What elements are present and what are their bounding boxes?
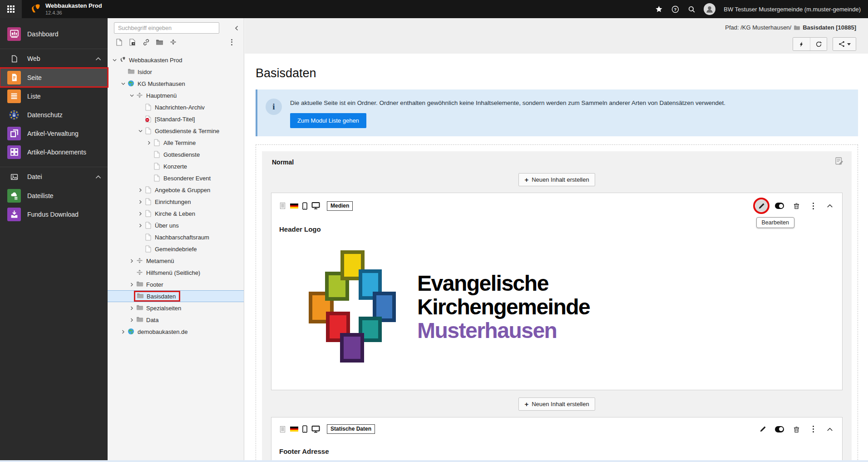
tree-node-footer[interactable]: Footer [108,278,244,290]
chevron-up-icon[interactable] [95,57,101,61]
visibility-toggle[interactable] [775,425,784,434]
chevron-up-icon[interactable] [95,175,101,179]
tree-node-nachrichten-archiv[interactable]: Nachrichten-Archiv [108,101,244,113]
help-icon[interactable]: ? [671,5,679,13]
more-options-button[interactable] [809,201,818,210]
link-icon[interactable] [142,38,150,46]
modules-grid-icon[interactable] [0,0,22,18]
sidebar-item-fundus-download[interactable]: Fundus Download [0,205,108,224]
folder-icon [137,293,144,300]
tree-node-demobaukasten-de[interactable]: demobaukasten.de [108,326,244,338]
breadcrumb: Pfad: /KG Musterhausen/ Basisdaten [1088… [725,24,856,31]
tree-node-nachbarschaftsraum[interactable]: Nachbarschaftsraum [108,231,244,243]
tree-node--ber-uns[interactable]: Über uns [108,219,244,231]
sidebar-item-dashboard[interactable]: Dashboard [0,25,108,43]
content-element-title: Footer Adresse [279,447,834,455]
expander-closed-icon[interactable] [128,317,135,323]
visibility-toggle[interactable] [775,201,784,210]
temp-mount-icon[interactable] [156,38,163,46]
sidebar-item-artikel-abonnements[interactable]: Artikel-Abonnements [0,143,108,161]
avatar-icon[interactable] [704,3,715,15]
sidebar-item-artikel-verwaltung[interactable]: Artikel-Verwaltung [0,124,108,143]
edit-button[interactable] [758,425,767,434]
page-icon [145,198,152,205]
share-icon [838,41,845,47]
sidebar-item-liste[interactable]: Liste [0,87,108,105]
sidebar-item-seite[interactable]: Seite [0,68,108,87]
go-to-list-module-button[interactable]: Zum Modul Liste gehen [290,113,366,128]
expander-closed-icon[interactable] [128,258,135,264]
tree-node-konzerte[interactable]: Konzerte [108,160,244,172]
tree-node-gottesdienste-termine[interactable]: Gottesdienste & Termine [108,125,244,137]
refresh-button[interactable] [810,38,827,50]
new-content-button[interactable]: + Neuen Inhalt erstellen [518,397,595,411]
search-icon[interactable] [687,5,695,13]
tree-node-data[interactable]: Data [108,314,244,326]
sidebar-item-dateiliste[interactable]: Dateiliste [0,186,108,205]
app-version: 12.4.36 [45,10,102,16]
tree-node-label: Nachbarschaftsraum [155,234,209,241]
tree-node-einrichtungen[interactable]: Einrichtungen [108,196,244,208]
expander-closed-icon[interactable] [137,199,144,205]
globe-icon [128,80,135,87]
expander-closed-icon[interactable] [137,210,144,217]
expander-open-icon[interactable] [111,57,118,64]
view-webpage-button[interactable] [793,38,810,50]
kebab-menu-icon[interactable] [228,38,236,46]
star-icon[interactable] [655,5,663,13]
datenschutz-icon [7,108,21,122]
sidebar-item-datenschutz[interactable]: Datenschutz [0,105,108,124]
tree-node-besonderer-event[interactable]: Besonderer Event [108,172,244,184]
expander-closed-icon[interactable] [146,139,153,146]
expander-closed-icon[interactable] [128,281,135,288]
tree-node-kirche-leben[interactable]: Kirche & Leben [108,208,244,219]
sidebar-group-web[interactable]: Web [0,49,108,68]
tree-node-kg-musterhausen[interactable]: KG Musterhausen [108,78,244,89]
expander-spacer [120,69,127,75]
tree-node-gottesdienste[interactable]: Gottesdienste [108,149,244,160]
logged-in-user[interactable]: BW Testuser Mustergemeinde (m.muster-gem… [724,6,861,13]
expander-open-icon[interactable] [137,128,144,134]
expand-collapse-icon[interactable] [169,38,177,46]
content-type-badge: Statische Daten [327,424,375,434]
paste-page-icon[interactable] [128,38,136,46]
new-page-icon[interactable] [115,38,123,46]
tree-node-alle-termine[interactable]: Alle Termine [108,137,244,149]
expander-closed-icon[interactable] [137,222,144,229]
liste-icon [7,89,21,103]
collapse-panel-icon[interactable] [234,25,239,31]
tree-node-basisdaten[interactable]: Basisdaten [108,290,244,302]
expander-closed-icon[interactable] [128,305,135,312]
expander-closed-icon[interactable] [137,187,144,194]
page-icon [145,104,152,111]
expander-open-icon[interactable] [128,92,135,99]
folder-icon [136,304,143,312]
collapse-element-button[interactable] [825,201,834,210]
tree-search-input[interactable] [114,22,219,34]
expander-open-icon[interactable] [120,80,127,87]
tree-node-gemeindebriefe[interactable]: Gemeindebriefe [108,243,244,255]
new-content-button[interactable]: + Neuen Inhalt erstellen [518,173,595,186]
collapse-element-button[interactable] [825,425,834,434]
topbar: Webbaukasten Prod 12.4.36 ? BW Testuser … [0,0,868,18]
tree-node-hilfsmen-seitliche-[interactable]: Hilfsmenü (Seitliche) [108,267,244,278]
delete-button[interactable] [792,425,801,434]
edit-button[interactable] [755,200,767,212]
sidebar-item-label: Artikel-Verwaltung [27,130,79,137]
tree-node-spezialseiten[interactable]: Spezialseiten [108,302,244,314]
edit-column-icon[interactable] [835,157,843,165]
tree-node-hauptmen-[interactable]: Hauptmenü [108,89,244,101]
content-type-icon [279,202,286,209]
expander-closed-icon[interactable] [120,328,127,335]
share-button[interactable] [833,38,856,50]
tree-node-isidor[interactable]: Isidor [108,66,244,78]
sidebar-group-datei[interactable]: Datei [0,167,108,186]
tree-node-webbaukasten-prod[interactable]: Webbaukasten Prod [108,54,244,66]
tree-node-label: Basisdaten [147,293,176,300]
more-options-button[interactable] [809,425,818,434]
tree-node--standard-titel-[interactable]: [Standard-Titel] [108,113,244,125]
delete-button[interactable] [792,201,801,210]
tree-node-label: Angebote & Gruppen [155,187,210,194]
tree-node-metamen-[interactable]: Metamenü [108,255,244,267]
tree-node-angebote-gruppen[interactable]: Angebote & Gruppen [108,184,244,196]
